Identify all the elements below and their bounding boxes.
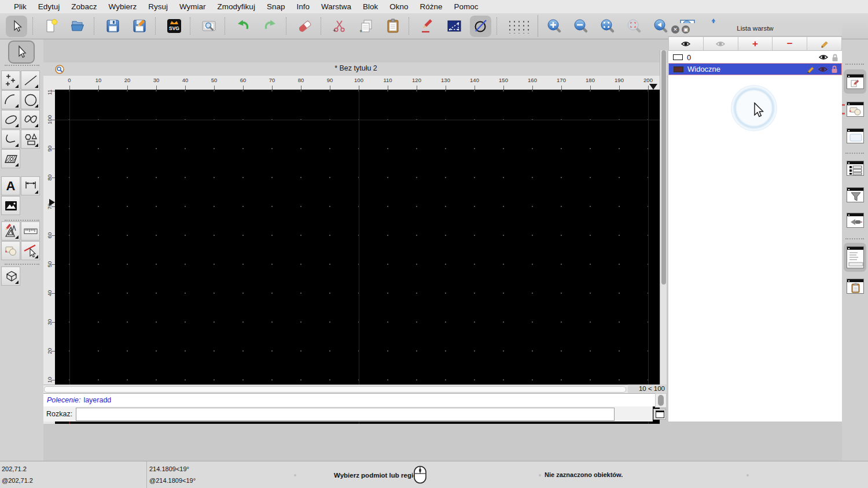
command-window-icon (847, 246, 864, 268)
palette-select-button[interactable] (8, 40, 35, 64)
drawing-canvas[interactable] (55, 90, 660, 424)
h-ruler-label: 90 (321, 77, 339, 83)
save-as-button[interactable] (128, 16, 150, 37)
menu-item-zmodyfikuj[interactable]: Zmodyfikuj (212, 2, 261, 11)
ellipse-tool-button[interactable] (1, 110, 20, 129)
select-tool-button[interactable] (6, 16, 27, 37)
grid-meta-line (69, 90, 70, 424)
redo-button[interactable] (259, 16, 281, 37)
menu-item-warstwa[interactable]: Warstwa (315, 2, 357, 11)
clipboard-window-icon (847, 279, 864, 294)
select-arrow-icon (15, 45, 28, 59)
eye-icon[interactable] (818, 65, 828, 73)
cut-button[interactable]: + (329, 16, 350, 37)
layer-color-swatch[interactable] (674, 66, 683, 72)
menu-item-r-ne[interactable]: Różne (414, 2, 448, 11)
command-history-scrollbar[interactable] (655, 393, 667, 408)
menu-item-rysuj[interactable]: Rysuj (142, 2, 174, 11)
zoom-redraw-button[interactable] (623, 16, 645, 37)
undo-button[interactable] (233, 16, 254, 37)
dock-handle (845, 64, 864, 67)
polygon-tool-button[interactable] (21, 130, 40, 149)
circle-tool-button[interactable] (21, 90, 40, 109)
trim-tool-button[interactable] (21, 241, 40, 260)
scrollbar-thumb[interactable] (658, 395, 664, 406)
menu-item-pomoc[interactable]: Pomoc (448, 2, 484, 11)
export-svg-button[interactable]: SVG (163, 16, 185, 37)
new-document-button[interactable] (41, 16, 62, 37)
command-history[interactable]: Polecenie: layeradd (43, 393, 655, 406)
save-icon (105, 19, 120, 34)
line-attributes-button[interactable] (443, 16, 465, 37)
paste-button[interactable] (382, 16, 403, 37)
menu-item-blok[interactable]: Blok (357, 2, 384, 11)
canvas-vertical-scrollbar[interactable] (660, 50, 667, 385)
open-document-button[interactable] (67, 16, 89, 37)
dock-filter-button[interactable] (844, 183, 866, 207)
tool-palette: A (0, 39, 43, 461)
layer-color-swatch[interactable] (673, 54, 683, 60)
pencil-icon[interactable] (806, 65, 815, 74)
add-layer-button[interactable]: + (738, 36, 773, 51)
delete-button[interactable] (294, 16, 315, 37)
dock-modify-options-button[interactable] (844, 97, 866, 121)
save-button[interactable] (102, 16, 123, 37)
svg-text:SVG: SVG (169, 25, 179, 31)
points-tool-button[interactable] (1, 71, 20, 90)
hide-all-layers-button[interactable] (704, 36, 738, 51)
layers-panel-title: Lista warstw (668, 25, 842, 32)
layer-row-widoczne[interactable]: Widoczne (668, 63, 842, 75)
menu-item-info[interactable]: Info (290, 2, 315, 11)
lock-icon[interactable] (831, 53, 839, 62)
modify-tool-button[interactable] (1, 241, 20, 260)
menu-item-wymiar[interactable]: Wymiar (174, 2, 212, 11)
dock-pen-options-button[interactable] (844, 69, 866, 94)
zoom-in-button[interactable] (543, 16, 565, 37)
scrollbar-thumb[interactable] (44, 386, 626, 393)
arc-tool-button[interactable] (1, 90, 20, 109)
polyline-tool-button[interactable] (1, 130, 20, 149)
menu-item-plik[interactable]: Plik (8, 2, 32, 11)
dock-library-button[interactable] (844, 208, 866, 232)
spline-tool-button[interactable] (21, 110, 40, 129)
dimension-tool-button[interactable] (21, 176, 40, 195)
command-detach-button[interactable] (653, 409, 666, 420)
toolbar-separator (190, 17, 193, 35)
solid-tool-button[interactable] (1, 267, 20, 286)
grid-toggle-button[interactable] (505, 16, 532, 37)
document-titlebar[interactable]: * Bez tytułu 2 (43, 62, 668, 76)
cad-tools-button[interactable] (1, 221, 20, 241)
copy-button[interactable]: + (355, 16, 377, 37)
command-input[interactable] (76, 408, 615, 421)
menu-item-zobacz[interactable]: Zobacz (65, 2, 102, 11)
print-preview-button[interactable] (198, 16, 219, 37)
zoom-out-button[interactable] (570, 16, 591, 37)
h-ruler-tick (475, 86, 475, 90)
measure-tool-button[interactable] (21, 221, 40, 241)
menu-item-wybierz[interactable]: Wybierz (103, 2, 143, 11)
scrollbar-thumb[interactable] (661, 50, 666, 284)
remove-layer-button[interactable]: − (773, 36, 807, 51)
edit-layer-button[interactable] (807, 36, 842, 51)
eye-icon[interactable] (818, 53, 829, 61)
circle-line-button[interactable] (470, 16, 491, 37)
dock-blank-panel-button[interactable] (844, 124, 866, 148)
menu-item-okno[interactable]: Okno (384, 2, 414, 11)
document-title: * Bez tytułu 2 (43, 64, 668, 72)
image-tool-button[interactable] (1, 196, 20, 215)
dock-clipboard-button[interactable] (844, 274, 866, 298)
line-tool-button[interactable] (21, 71, 40, 90)
hatch-tool-button[interactable] (1, 149, 20, 168)
canvas-horizontal-scrollbar[interactable] (43, 385, 628, 393)
dock-command-widget-button[interactable] (844, 243, 866, 272)
status-dot (294, 474, 296, 476)
text-tool-button[interactable]: A (1, 176, 20, 195)
menu-item-edytuj[interactable]: Edytuj (32, 2, 66, 11)
zoom-auto-button[interactable] (597, 16, 618, 37)
lock-icon[interactable] (830, 65, 838, 73)
dock-block-list-button[interactable] (844, 156, 866, 180)
layer-row-0[interactable]: 0 (668, 51, 842, 63)
menu-item-snap[interactable]: Snap (261, 2, 291, 11)
pen-button[interactable] (417, 16, 438, 37)
show-all-layers-button[interactable] (668, 36, 704, 51)
